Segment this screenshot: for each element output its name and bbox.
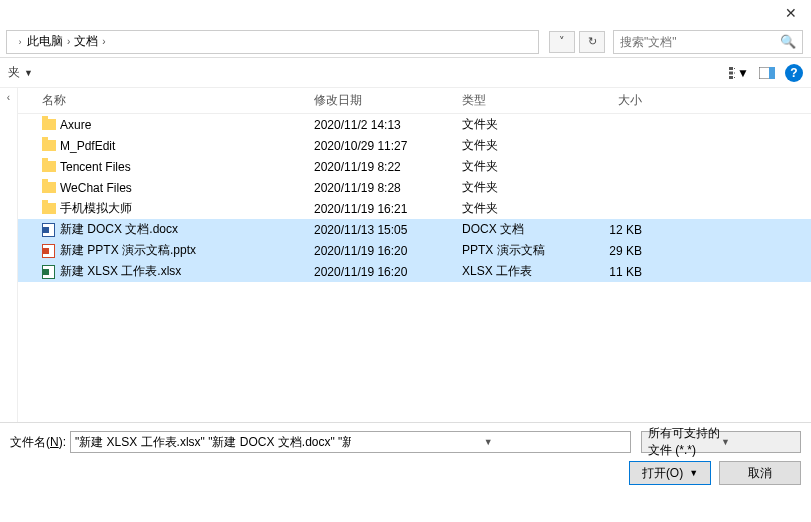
chevron-right-icon: ›: [67, 36, 70, 47]
file-name: 新建 XLSX 工作表.xlsx: [60, 263, 314, 280]
titlebar: ✕: [0, 0, 811, 26]
column-header-row: 名称 修改日期 类型 大小: [18, 88, 811, 114]
chevron-down-icon: ▼: [721, 437, 794, 447]
file-name: M_PdfEdit: [60, 139, 314, 153]
filename-label: 文件名(N):: [10, 434, 70, 451]
filename-input[interactable]: "新建 XLSX 工作表.xlsx" "新建 DOCX 文档.docx" "新建…: [70, 431, 631, 453]
docx-icon: [42, 223, 60, 237]
filename-value: "新建 XLSX 工作表.xlsx" "新建 DOCX 文档.docx" "新建…: [75, 434, 351, 451]
file-date: 2020/11/19 8:28: [314, 181, 462, 195]
file-date: 2020/11/19 16:20: [314, 265, 462, 279]
file-row[interactable]: M_PdfEdit2020/10/29 11:27文件夹: [18, 135, 811, 156]
folder-icon: [42, 203, 60, 214]
file-name: WeChat Files: [60, 181, 314, 195]
search-input[interactable]: [620, 35, 780, 49]
filter-label: 所有可支持的文件 (*.*): [648, 425, 721, 459]
folder-icon: [42, 182, 60, 193]
file-type: PPTX 演示文稿: [462, 242, 590, 259]
file-type: 文件夹: [462, 179, 590, 196]
organize-menu[interactable]: 夹 ▼: [8, 64, 33, 81]
file-name: Axure: [60, 118, 314, 132]
chevron-down-icon[interactable]: ▼: [351, 437, 627, 447]
file-row[interactable]: 新建 XLSX 工作表.xlsx2020/11/19 16:20XLSX 工作表…: [18, 261, 811, 282]
svg-rect-2: [729, 71, 733, 74]
help-icon[interactable]: ?: [785, 64, 803, 82]
bottom-panel: 文件名(N): "新建 XLSX 工作表.xlsx" "新建 DOCX 文档.d…: [0, 422, 811, 495]
refresh-button[interactable]: ↻: [579, 31, 605, 53]
preview-pane-icon[interactable]: [757, 65, 777, 81]
file-name: 手机模拟大师: [60, 200, 314, 217]
file-row[interactable]: 手机模拟大师2020/11/19 16:21文件夹: [18, 198, 811, 219]
search-box[interactable]: 🔍: [613, 30, 803, 54]
file-size: 29 KB: [590, 244, 650, 258]
file-name: Tencent Files: [60, 160, 314, 174]
svg-rect-3: [734, 72, 735, 73]
file-type: 文件夹: [462, 200, 590, 217]
view-list-icon[interactable]: ▼: [729, 65, 749, 81]
file-row[interactable]: WeChat Files2020/11/19 8:28文件夹: [18, 177, 811, 198]
close-button[interactable]: ✕: [771, 5, 811, 21]
file-type: 文件夹: [462, 137, 590, 154]
svg-rect-5: [734, 77, 735, 78]
file-type: 文件夹: [462, 116, 590, 133]
organize-label: 夹: [8, 64, 20, 81]
column-header-size[interactable]: 大小: [590, 92, 650, 109]
search-icon: 🔍: [780, 34, 796, 49]
file-date: 2020/11/19 16:21: [314, 202, 462, 216]
folder-icon: [42, 119, 60, 130]
file-row[interactable]: 新建 DOCX 文档.docx2020/11/13 15:05DOCX 文档12…: [18, 219, 811, 240]
svg-rect-0: [729, 67, 733, 70]
chevron-down-icon: ▼: [737, 66, 749, 80]
svg-rect-1: [734, 68, 735, 69]
toolbar: 夹 ▼ ▼ ?: [0, 58, 811, 88]
file-date: 2020/11/19 16:20: [314, 244, 462, 258]
file-type: DOCX 文档: [462, 221, 590, 238]
nav-row: › 此电脑 › 文档 › ˅ ↻ 🔍: [0, 26, 811, 58]
file-date: 2020/11/2 14:13: [314, 118, 462, 132]
column-header-name[interactable]: 名称: [42, 92, 314, 109]
file-size: 12 KB: [590, 223, 650, 237]
column-header-type[interactable]: 类型: [462, 92, 590, 109]
folder-icon: [42, 161, 60, 172]
file-row[interactable]: Tencent Files2020/11/19 8:22文件夹: [18, 156, 811, 177]
folder-icon: [42, 140, 60, 151]
file-name: 新建 DOCX 文档.docx: [60, 221, 314, 238]
chevron-right-icon: ›: [102, 36, 105, 47]
file-date: 2020/11/19 8:22: [314, 160, 462, 174]
breadcrumb-part[interactable]: 此电脑: [27, 33, 63, 50]
file-type: 文件夹: [462, 158, 590, 175]
filetype-filter[interactable]: 所有可支持的文件 (*.*) ▼: [641, 431, 801, 453]
sidebar: ‹: [0, 88, 18, 422]
file-name: 新建 PPTX 演示文稿.pptx: [60, 242, 314, 259]
chevron-right-icon: ›: [13, 35, 27, 49]
file-list: 名称 修改日期 类型 大小 Axure2020/11/2 14:13文件夹M_P…: [18, 88, 811, 422]
breadcrumb-part[interactable]: 文档: [74, 33, 98, 50]
svg-rect-4: [729, 76, 733, 79]
cancel-button[interactable]: 取消: [719, 461, 801, 485]
file-row[interactable]: 新建 PPTX 演示文稿.pptx2020/11/19 16:20PPTX 演示…: [18, 240, 811, 261]
file-size: 11 KB: [590, 265, 650, 279]
open-button[interactable]: 打开(O) ▼: [629, 461, 711, 485]
xlsx-icon: [42, 265, 60, 279]
file-row[interactable]: Axure2020/11/2 14:13文件夹: [18, 114, 811, 135]
pptx-icon: [42, 244, 60, 258]
svg-rect-7: [769, 67, 775, 79]
file-date: 2020/11/13 15:05: [314, 223, 462, 237]
file-type: XLSX 工作表: [462, 263, 590, 280]
chevron-down-icon: ▼: [24, 68, 33, 78]
column-header-date[interactable]: 修改日期: [314, 92, 462, 109]
file-date: 2020/10/29 11:27: [314, 139, 462, 153]
breadcrumb-dropdown[interactable]: ˅: [549, 31, 575, 53]
chevron-left-icon[interactable]: ‹: [7, 92, 10, 103]
breadcrumb[interactable]: › 此电脑 › 文档 ›: [6, 30, 539, 54]
